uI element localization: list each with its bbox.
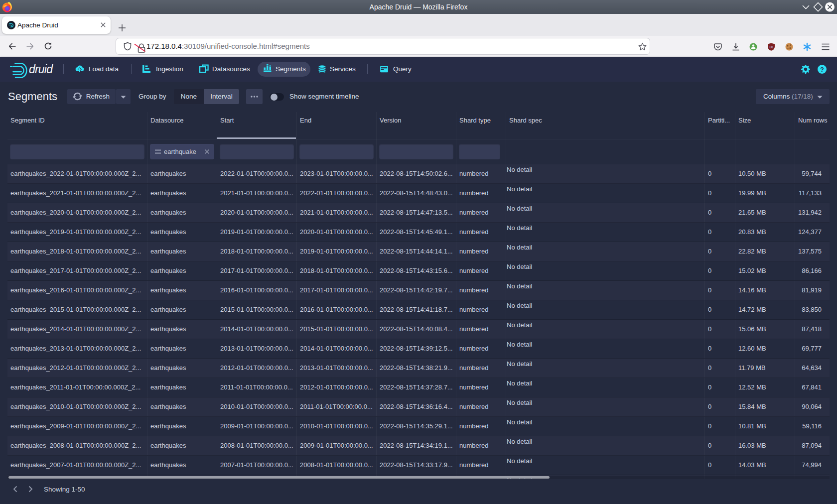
svg-text:?: ? xyxy=(820,66,824,73)
svg-text:u0: u0 xyxy=(769,45,773,49)
